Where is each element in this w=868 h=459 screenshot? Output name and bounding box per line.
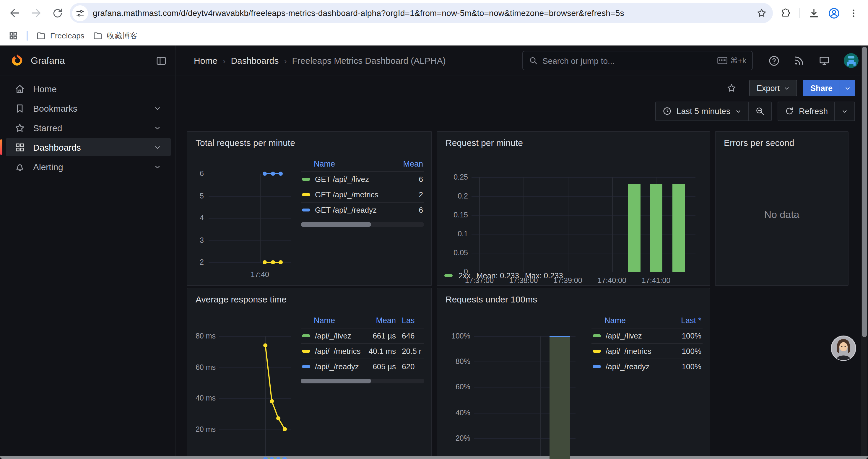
chevron-down-icon[interactable] [154, 163, 161, 170]
plot-area[interactable] [471, 177, 695, 272]
url-text[interactable]: grafana.mathmast.com/d/deytv4rwavabkb/fr… [93, 8, 752, 18]
series-name[interactable]: /api/_/livez [606, 331, 667, 340]
chart-legend[interactable]: 2xx Mean: 0.233 Max: 0.233 [444, 271, 563, 280]
bar-chart: 0.250.20.150.10.050 17:37:0017:38:0017:3… [444, 150, 703, 286]
page-horizontal-scrollbar[interactable] [0, 456, 868, 459]
plot-area[interactable] [209, 174, 291, 262]
page-vertical-scrollbar[interactable] [861, 45, 867, 459]
dock-menu-icon[interactable] [155, 55, 167, 66]
chevron-down-icon[interactable] [154, 104, 161, 112]
table-horizontal-scrollbar[interactable] [301, 222, 424, 227]
tv-kiosk-icon[interactable] [818, 55, 830, 66]
share-menu-arrow[interactable] [840, 80, 855, 96]
column-header-name[interactable]: Name [314, 160, 398, 168]
grafana-logo[interactable] [9, 53, 25, 68]
panel-title[interactable]: Request per minute [444, 136, 703, 150]
assistant-avatar[interactable] [830, 335, 857, 362]
series-name[interactable]: GET /api/_/readyz [315, 205, 398, 215]
y-axis-tick-label: 20 ms [195, 425, 216, 433]
series-color-swatch [302, 350, 310, 353]
time-range-picker[interactable]: Last 5 minutes [656, 102, 748, 120]
series-name[interactable]: /api/_/livez [315, 331, 362, 340]
plot-area[interactable] [219, 336, 291, 459]
favorite-star-icon[interactable] [726, 83, 737, 93]
series-name[interactable]: /api/_/readyz [606, 362, 667, 371]
series-point [262, 172, 267, 176]
brand-name: Grafana [31, 55, 65, 66]
sidebar-item-starred[interactable]: Starred [0, 119, 171, 136]
bar [550, 336, 570, 459]
search-input[interactable]: Search or jump to... ⌘+k [522, 51, 753, 70]
legend-table: Name Mean GET /api/_/livez6GET /api/_/me… [301, 160, 424, 283]
grafana-header-left: Grafana [0, 45, 176, 76]
downloads-icon[interactable] [808, 7, 819, 19]
table-horizontal-scrollbar[interactable] [301, 379, 424, 383]
column-header-name[interactable]: Name [604, 316, 667, 325]
panel-total-requests-per-minute[interactable]: Total requests per minute 65432 17:40 Na… [187, 131, 432, 286]
series-name[interactable]: GET /api/_/metrics [315, 190, 398, 199]
legend-table-row[interactable]: /api/_/readyz100% [591, 359, 703, 374]
legend-table-row[interactable]: /api/_/metrics40.1 ms20.5 r [301, 343, 424, 359]
forward-button[interactable] [27, 4, 45, 22]
reload-button[interactable] [49, 4, 66, 22]
panel-title[interactable]: Average response time [194, 293, 424, 306]
scrollbar-thumb[interactable] [862, 47, 867, 337]
help-icon[interactable] [768, 55, 780, 66]
apps-grid-icon[interactable] [8, 31, 18, 41]
profile-icon[interactable] [828, 7, 840, 19]
legend-table-row[interactable]: /api/_/readyz605 µs620 [301, 359, 424, 374]
menu-kebab-icon[interactable] [848, 8, 859, 18]
column-header-mean[interactable]: Mean [398, 160, 423, 168]
column-header-mean[interactable]: Mean [362, 316, 396, 325]
legend-table-row[interactable]: /api/_/livez100% [591, 328, 703, 343]
panel-title[interactable]: Errors per second [723, 136, 841, 150]
column-header-name[interactable]: Name [314, 316, 362, 325]
user-avatar[interactable] [844, 53, 859, 68]
bookmark-star-icon[interactable] [756, 8, 767, 18]
bookmark-folder-freeleaps[interactable]: Freeleaps [36, 31, 85, 41]
back-button[interactable] [6, 4, 24, 22]
series-point [262, 260, 267, 264]
bookmark-folder-label: 收藏博客 [107, 30, 138, 41]
site-settings-icon[interactable] [72, 5, 88, 21]
sidebar-item-dashboards[interactable]: Dashboards [6, 138, 171, 156]
chevron-down-icon[interactable] [154, 124, 161, 131]
panel-request-per-minute[interactable]: Request per minute 0.250.20.150.10.050 1… [437, 131, 710, 286]
plot-area[interactable] [474, 336, 576, 459]
legend-table-row[interactable]: GET /api/_/metrics2 [301, 187, 424, 202]
panel-requests-under-100ms[interactable]: Requests under 100ms 100%80%60%40%20%0% … [437, 288, 710, 459]
gridline [471, 177, 695, 178]
sidebar-item-home[interactable]: Home [0, 80, 171, 97]
legend-table-row[interactable]: GET /api/_/livez6 [301, 171, 424, 187]
breadcrumb-dashboards[interactable]: Dashboards [231, 56, 279, 66]
legend-table-row[interactable]: /api/_/livez661 µs646 [301, 328, 424, 343]
screen: grafana.mathmast.com/d/deytv4rwavabkb/fr… [0, 0, 868, 459]
series-name[interactable]: GET /api/_/livez [315, 175, 398, 184]
bookmark-folder-blogs[interactable]: 收藏博客 [93, 30, 138, 41]
sidebar-item-alerting[interactable]: Alerting [0, 158, 171, 175]
series-name[interactable]: /api/_/metrics [606, 347, 667, 356]
zoom-out-button[interactable] [748, 102, 771, 120]
y-axis: 100%80%60%40%20%0% [444, 332, 470, 459]
column-header-last[interactable]: Las [396, 316, 423, 325]
panel-title[interactable]: Total requests per minute [194, 136, 424, 150]
address-bar[interactable]: grafana.mathmast.com/d/deytv4rwavabkb/fr… [70, 3, 773, 23]
refresh-button[interactable]: Refresh [778, 102, 834, 120]
series-color-swatch [444, 274, 453, 277]
panel-errors-per-second[interactable]: Errors per second No data [715, 131, 848, 286]
panel-title[interactable]: Requests under 100ms [444, 293, 703, 306]
series-name[interactable]: /api/_/metrics [315, 347, 362, 356]
share-button[interactable]: Share [803, 80, 840, 96]
refresh-interval-dropdown[interactable] [834, 102, 855, 120]
series-name[interactable]: /api/_/readyz [315, 362, 362, 371]
export-button[interactable]: Export [749, 80, 797, 96]
column-header-last[interactable]: Last * [667, 316, 701, 325]
chevron-down-icon[interactable] [154, 143, 161, 151]
legend-table-row[interactable]: /api/_/metrics100% [591, 343, 703, 359]
panel-average-response-time[interactable]: Average response time 80 ms60 ms40 ms20 … [187, 288, 432, 459]
breadcrumb-home[interactable]: Home [194, 56, 217, 66]
extensions-icon[interactable] [780, 7, 791, 19]
news-rss-icon[interactable] [794, 55, 805, 66]
sidebar-item-bookmarks[interactable]: Bookmarks [0, 99, 171, 117]
legend-table-row[interactable]: GET /api/_/readyz6 [301, 202, 424, 218]
